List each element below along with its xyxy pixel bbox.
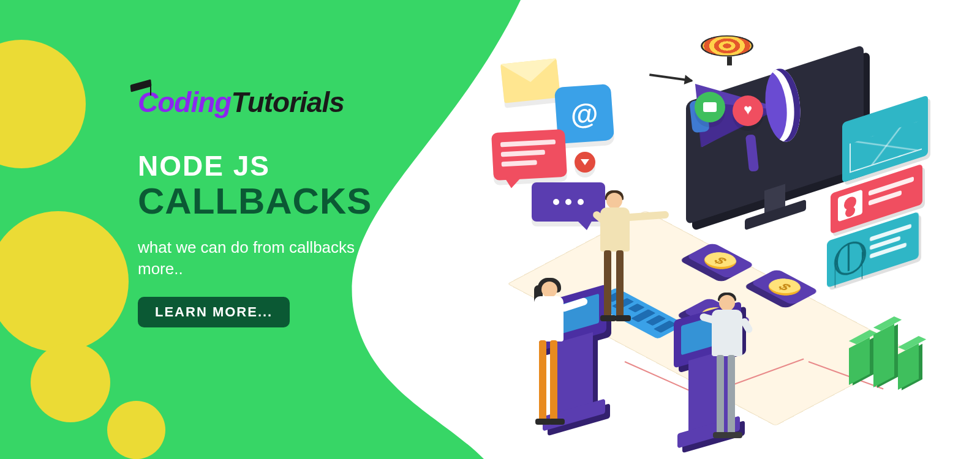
illus-person-user-left [508,282,588,447]
message-circle-icon [695,92,725,122]
illus-person-presenter [582,193,655,334]
graduation-cap-icon [129,82,153,93]
hero-illustration: @ [466,18,956,447]
hero-title: CALLBACKS [138,180,372,222]
learn-more-button[interactable]: LEARN MORE... [138,297,290,327]
hero-content: CodingTutorials NODE JS CALLBACKS what w… [138,86,372,327]
target-icon [701,35,753,56]
logo-word-tutorials: Tutorials [231,86,344,118]
arrow-icon [649,73,692,82]
decor-circle [107,401,165,459]
illus-person-user-right [691,295,771,459]
decor-circle [31,343,110,422]
envelope-icon [500,58,560,103]
notification-icon [575,152,595,173]
like-circle-icon [733,95,763,126]
chat-bubble-icon [491,129,567,181]
illus-bar-3d [873,324,894,387]
hero-subtitle: what we can do from callbacks & more.. [138,237,371,280]
hero-eyebrow: NODE JS [138,149,372,182]
site-logo: CodingTutorials [138,86,372,119]
